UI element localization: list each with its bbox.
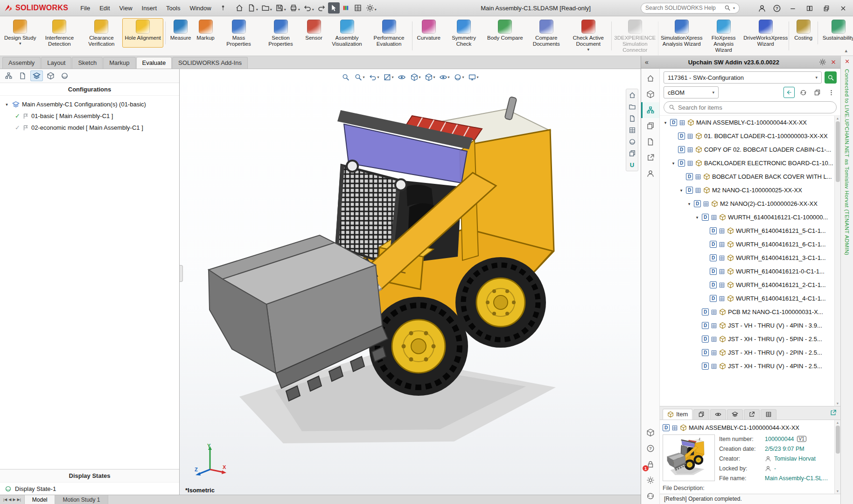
sheet-icon[interactable]	[352, 2, 364, 14]
items-search-input[interactable]	[678, 104, 832, 111]
dropdown-caret-icon[interactable]: ▾	[256, 7, 258, 12]
command-tab[interactable]: Assembly	[2, 57, 41, 69]
dropdown-caret-icon[interactable]: ▾	[298, 7, 300, 12]
ribbon-command[interactable]: Measure	[168, 18, 194, 48]
scroll-up-icon[interactable]: ▲	[836, 421, 839, 424]
tab-item[interactable]: Item	[663, 409, 692, 420]
bom-tree-row[interactable]: D JST - XH - THRU (V) - 4PIN - 2.5...	[660, 359, 834, 373]
new-document-icon[interactable]: ▾	[246, 2, 259, 14]
document-mode-tab[interactable]: Motion Study 1	[55, 495, 108, 504]
command-caret-icon[interactable]: ▾	[587, 47, 589, 52]
custom-properties-icon[interactable]	[629, 150, 636, 157]
dropdown-caret-icon[interactable]: ▾	[448, 75, 450, 79]
ribbon-command[interactable]: DriveWorksXpress Wizard	[745, 18, 787, 54]
command-tab[interactable]: Layout	[41, 57, 71, 69]
bom-tree-row[interactable]: ▾ D M2 NANO(2)-C1-100000026-XX-XX	[660, 197, 834, 210]
scrollbar-thumb[interactable]	[836, 121, 840, 182]
help-icon[interactable]	[641, 441, 659, 456]
bom-tree-row[interactable]: D WURTH_61400416121_3-C1-1...	[660, 251, 834, 265]
dropdown-caret-icon[interactable]: ▾	[312, 7, 314, 12]
graphics-viewport[interactable]: ▾ ▾ ▾ ▾ ▾ ▾ ▾	[180, 69, 641, 495]
bom-tree-row[interactable]: D 01. BOBCAT LOADER-C1-100000003-XX-XX	[660, 129, 834, 143]
tab-nav-arrow-icon[interactable]: ▶	[13, 497, 15, 502]
configurationmanager-tab-icon[interactable]	[30, 70, 43, 81]
home-icon[interactable]	[641, 70, 659, 86]
compare-button[interactable]	[811, 87, 823, 98]
command-tab[interactable]: Sketch	[72, 57, 103, 69]
ribbon-command[interactable]: 3DEXPERIENCE Simulation Connector	[614, 18, 656, 60]
save-icon[interactable]: ▾	[274, 2, 287, 14]
zoom-to-area-icon[interactable]: ▾	[353, 72, 366, 82]
pin-menubar-icon[interactable]	[220, 5, 226, 11]
bom-tree-row[interactable]: D WURTH_61400416121_6-C1-1...	[660, 238, 834, 251]
ribbon-command[interactable]: FloXpress Analysis Wizard	[703, 18, 745, 60]
menu-item[interactable]: Edit	[95, 3, 114, 14]
dropdown-caret-icon[interactable]: ▾	[363, 75, 364, 79]
export-icon[interactable]	[641, 150, 659, 166]
search-icon[interactable]	[724, 5, 731, 11]
visibility-tab-icon[interactable]	[710, 409, 726, 420]
home-icon[interactable]	[234, 2, 245, 14]
bom-tree-row[interactable]: ▾ D MAIN ASSEMBLY-C1-100000044-XX-XX	[660, 116, 834, 129]
tab-nav-arrow-icon[interactable]: ▶|	[17, 497, 21, 502]
display-state-row[interactable]: Display State-1	[0, 482, 179, 495]
menu-item[interactable]: Window	[185, 3, 216, 14]
back-button[interactable]	[783, 87, 795, 98]
design-library-icon[interactable]	[629, 103, 636, 111]
open-icon[interactable]: ▾	[260, 2, 273, 14]
more-options-kebab-icon[interactable]	[825, 87, 837, 98]
bom-tree-row[interactable]: D WURTH_61400416121-0-C1-1...	[660, 265, 834, 278]
sw-resources-icon[interactable]	[629, 91, 636, 99]
section-view-icon[interactable]: ▾	[382, 72, 395, 82]
dropdown-caret-icon[interactable]: ▾	[377, 75, 379, 79]
scroll-up-icon[interactable]: ▲	[836, 117, 839, 120]
bom-tree-row[interactable]: D JST - XH - THRU (V) - 2PIN - 2.5...	[660, 346, 834, 359]
view-settings-icon[interactable]: ▾	[467, 72, 480, 82]
ribbon-command[interactable]: Sensor	[302, 18, 326, 48]
project-search-button[interactable]	[825, 71, 837, 84]
dropdown-caret-icon[interactable]: ▾	[433, 75, 435, 79]
redo-icon[interactable]	[316, 2, 328, 14]
collapse-panel-icon[interactable]: «	[645, 58, 649, 66]
featuremanager-tab-icon[interactable]	[2, 70, 15, 81]
expand-arrow-icon[interactable]: ▾	[671, 161, 676, 166]
bom-tree-row[interactable]: D COPY OF 02. BOBCAT LOADER CABIN-C1-...	[660, 143, 834, 156]
expand-arrow-icon[interactable]: ▾	[686, 202, 692, 206]
dropdown-caret-icon[interactable]: ▾	[419, 75, 420, 79]
menu-item[interactable]: File	[76, 3, 95, 14]
scroll-down-icon[interactable]: ▼	[836, 490, 839, 493]
ribbon-command[interactable]: Sustainability	[820, 18, 853, 48]
copies-tab-icon[interactable]	[693, 409, 709, 420]
appearances-icon[interactable]	[629, 138, 636, 146]
related-items-tab-icon[interactable]	[727, 409, 743, 420]
ribbon-command[interactable]: Performance Evaluation	[368, 18, 410, 54]
expand-arrow-icon[interactable]: ▾	[4, 102, 10, 107]
command-tab[interactable]: Evaluate	[136, 57, 172, 69]
dropdown-caret-icon[interactable]: ▾	[477, 75, 479, 79]
menu-item[interactable]: Insert	[137, 3, 162, 14]
dimxpertmanager-tab-icon[interactable]	[44, 70, 57, 81]
view-palette-icon[interactable]	[629, 126, 636, 134]
configuration-root-row[interactable]: ▾ Main Assembly-C1 Configuration(s) (01-…	[4, 98, 175, 110]
documents-icon[interactable]	[641, 134, 659, 150]
panes-button[interactable]	[803, 3, 817, 14]
zoom-to-fit-icon[interactable]	[340, 72, 351, 82]
project-selector[interactable]: 117361 - SWx-Configuration ▾	[664, 71, 822, 84]
open-in-browser-icon[interactable]	[829, 409, 838, 418]
close-strip-icon[interactable]	[844, 58, 850, 64]
file-explorer-icon[interactable]	[629, 115, 636, 122]
sync-icon[interactable]	[641, 488, 659, 504]
edit-appearance-icon[interactable]: ▾	[453, 72, 466, 82]
select-arrow-icon[interactable]	[328, 2, 340, 14]
menu-item[interactable]: View	[115, 3, 137, 14]
expand-arrow-icon[interactable]: ▾	[694, 215, 700, 220]
help-icon[interactable]	[771, 3, 783, 14]
bom-tree-row[interactable]: ▾ D WURTH_61400416121-C1-100000...	[660, 210, 834, 224]
command-caret-icon[interactable]: ▾	[19, 41, 21, 46]
ribbon-command[interactable]: Symmetry Check	[443, 18, 485, 54]
settings-icon[interactable]	[641, 472, 659, 488]
bom-tree-row[interactable]: D JST - VH - THRU (V) - 4PIN - 3.9...	[660, 319, 834, 332]
bom-tree-row[interactable]: ▾ D BACKLOADER ELECTRONIC BOARD-C1-10...	[660, 156, 834, 170]
bom-tree-row[interactable]: D JST - XH - THRU (V) - 5PIN - 2.5...	[660, 332, 834, 346]
dropdown-caret-icon[interactable]: ▾	[375, 7, 377, 12]
